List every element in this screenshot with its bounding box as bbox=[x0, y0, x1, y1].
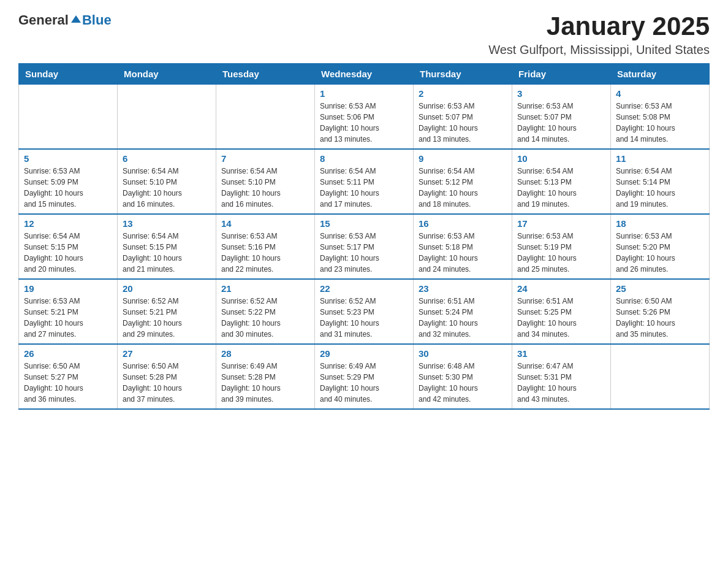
day-info: Sunrise: 6:53 AM Sunset: 5:19 PM Dayligh… bbox=[517, 231, 605, 275]
calendar-cell: 18Sunrise: 6:53 AM Sunset: 5:20 PM Dayli… bbox=[611, 214, 710, 279]
day-number: 30 bbox=[419, 348, 507, 359]
day-number: 11 bbox=[616, 153, 704, 164]
calendar-cell: 7Sunrise: 6:54 AM Sunset: 5:10 PM Daylig… bbox=[216, 149, 315, 214]
day-info: Sunrise: 6:53 AM Sunset: 5:17 PM Dayligh… bbox=[320, 231, 408, 275]
calendar-cell: 19Sunrise: 6:53 AM Sunset: 5:21 PM Dayli… bbox=[19, 279, 118, 344]
title-section: January 2025 West Gulfport, Mississippi,… bbox=[488, 12, 710, 57]
logo-icon bbox=[70, 14, 82, 26]
day-info: Sunrise: 6:52 AM Sunset: 5:22 PM Dayligh… bbox=[221, 296, 309, 340]
logo-blue: Blue bbox=[82, 12, 112, 28]
calendar-cell: 20Sunrise: 6:52 AM Sunset: 5:21 PM Dayli… bbox=[118, 279, 216, 344]
day-number: 18 bbox=[616, 218, 704, 229]
calendar-cell: 15Sunrise: 6:53 AM Sunset: 5:17 PM Dayli… bbox=[315, 214, 414, 279]
day-number: 16 bbox=[419, 218, 507, 229]
weekday-header-sunday: Sunday bbox=[19, 64, 118, 85]
day-info: Sunrise: 6:51 AM Sunset: 5:25 PM Dayligh… bbox=[517, 296, 605, 340]
calendar-table: SundayMondayTuesdayWednesdayThursdayFrid… bbox=[18, 63, 710, 410]
calendar-cell: 21Sunrise: 6:52 AM Sunset: 5:22 PM Dayli… bbox=[216, 279, 315, 344]
calendar-cell: 17Sunrise: 6:53 AM Sunset: 5:19 PM Dayli… bbox=[512, 214, 611, 279]
day-number: 10 bbox=[517, 153, 605, 164]
calendar-cell: 26Sunrise: 6:50 AM Sunset: 5:27 PM Dayli… bbox=[19, 344, 118, 409]
day-number: 22 bbox=[320, 283, 408, 294]
day-number: 28 bbox=[221, 348, 309, 359]
day-number: 7 bbox=[221, 153, 309, 164]
calendar-cell: 11Sunrise: 6:54 AM Sunset: 5:14 PM Dayli… bbox=[611, 149, 710, 214]
day-number: 6 bbox=[123, 153, 211, 164]
day-info: Sunrise: 6:54 AM Sunset: 5:14 PM Dayligh… bbox=[616, 166, 704, 210]
calendar-cell bbox=[118, 85, 216, 150]
calendar-cell: 27Sunrise: 6:50 AM Sunset: 5:28 PM Dayli… bbox=[118, 344, 216, 409]
calendar-cell: 12Sunrise: 6:54 AM Sunset: 5:15 PM Dayli… bbox=[19, 214, 118, 279]
calendar-cell: 24Sunrise: 6:51 AM Sunset: 5:25 PM Dayli… bbox=[512, 279, 611, 344]
day-info: Sunrise: 6:53 AM Sunset: 5:20 PM Dayligh… bbox=[616, 231, 704, 275]
day-info: Sunrise: 6:49 AM Sunset: 5:29 PM Dayligh… bbox=[320, 361, 408, 405]
day-number: 31 bbox=[517, 348, 605, 359]
calendar-week-row: 19Sunrise: 6:53 AM Sunset: 5:21 PM Dayli… bbox=[19, 279, 710, 344]
weekday-header-wednesday: Wednesday bbox=[315, 64, 414, 85]
calendar-cell bbox=[19, 85, 118, 150]
day-info: Sunrise: 6:53 AM Sunset: 5:09 PM Dayligh… bbox=[24, 166, 112, 210]
weekday-header-saturday: Saturday bbox=[611, 64, 710, 85]
day-info: Sunrise: 6:54 AM Sunset: 5:15 PM Dayligh… bbox=[24, 231, 112, 275]
page-title: January 2025 bbox=[488, 12, 710, 40]
page-subtitle: West Gulfport, Mississippi, United State… bbox=[488, 43, 710, 57]
logo: General Blue bbox=[18, 12, 112, 28]
day-info: Sunrise: 6:53 AM Sunset: 5:07 PM Dayligh… bbox=[517, 101, 605, 145]
day-info: Sunrise: 6:50 AM Sunset: 5:27 PM Dayligh… bbox=[24, 361, 112, 405]
day-number: 20 bbox=[123, 283, 211, 294]
calendar-cell: 31Sunrise: 6:47 AM Sunset: 5:31 PM Dayli… bbox=[512, 344, 611, 409]
calendar-cell: 9Sunrise: 6:54 AM Sunset: 5:12 PM Daylig… bbox=[414, 149, 512, 214]
calendar-cell bbox=[216, 85, 315, 150]
day-info: Sunrise: 6:54 AM Sunset: 5:11 PM Dayligh… bbox=[320, 166, 408, 210]
day-info: Sunrise: 6:49 AM Sunset: 5:28 PM Dayligh… bbox=[221, 361, 309, 405]
calendar-cell: 25Sunrise: 6:50 AM Sunset: 5:26 PM Dayli… bbox=[611, 279, 710, 344]
day-number: 19 bbox=[24, 283, 112, 294]
day-info: Sunrise: 6:53 AM Sunset: 5:08 PM Dayligh… bbox=[616, 101, 704, 145]
weekday-header-monday: Monday bbox=[118, 64, 216, 85]
calendar-cell: 3Sunrise: 6:53 AM Sunset: 5:07 PM Daylig… bbox=[512, 85, 611, 150]
calendar-cell: 30Sunrise: 6:48 AM Sunset: 5:30 PM Dayli… bbox=[414, 344, 512, 409]
calendar-cell: 16Sunrise: 6:53 AM Sunset: 5:18 PM Dayli… bbox=[414, 214, 512, 279]
day-number: 15 bbox=[320, 218, 408, 229]
day-info: Sunrise: 6:54 AM Sunset: 5:12 PM Dayligh… bbox=[419, 166, 507, 210]
svg-marker-0 bbox=[71, 15, 81, 23]
day-info: Sunrise: 6:54 AM Sunset: 5:10 PM Dayligh… bbox=[221, 166, 309, 210]
calendar-cell: 14Sunrise: 6:53 AM Sunset: 5:16 PM Dayli… bbox=[216, 214, 315, 279]
calendar-cell bbox=[611, 344, 710, 409]
calendar-cell: 1Sunrise: 6:53 AM Sunset: 5:06 PM Daylig… bbox=[315, 85, 414, 150]
logo-general: General bbox=[18, 12, 69, 28]
day-info: Sunrise: 6:48 AM Sunset: 5:30 PM Dayligh… bbox=[419, 361, 507, 405]
day-number: 12 bbox=[24, 218, 112, 229]
weekday-header-tuesday: Tuesday bbox=[216, 64, 315, 85]
day-number: 29 bbox=[320, 348, 408, 359]
day-info: Sunrise: 6:54 AM Sunset: 5:13 PM Dayligh… bbox=[517, 166, 605, 210]
calendar-week-row: 26Sunrise: 6:50 AM Sunset: 5:27 PM Dayli… bbox=[19, 344, 710, 409]
day-number: 24 bbox=[517, 283, 605, 294]
day-info: Sunrise: 6:47 AM Sunset: 5:31 PM Dayligh… bbox=[517, 361, 605, 405]
day-number: 1 bbox=[320, 88, 408, 99]
day-number: 14 bbox=[221, 218, 309, 229]
day-info: Sunrise: 6:51 AM Sunset: 5:24 PM Dayligh… bbox=[419, 296, 507, 340]
day-number: 9 bbox=[419, 153, 507, 164]
calendar-cell: 2Sunrise: 6:53 AM Sunset: 5:07 PM Daylig… bbox=[414, 85, 512, 150]
day-info: Sunrise: 6:53 AM Sunset: 5:06 PM Dayligh… bbox=[320, 101, 408, 145]
calendar-cell: 5Sunrise: 6:53 AM Sunset: 5:09 PM Daylig… bbox=[19, 149, 118, 214]
day-number: 2 bbox=[419, 88, 507, 99]
calendar-cell: 4Sunrise: 6:53 AM Sunset: 5:08 PM Daylig… bbox=[611, 85, 710, 150]
calendar-week-row: 12Sunrise: 6:54 AM Sunset: 5:15 PM Dayli… bbox=[19, 214, 710, 279]
day-number: 3 bbox=[517, 88, 605, 99]
day-number: 4 bbox=[616, 88, 704, 99]
weekday-header-thursday: Thursday bbox=[414, 64, 512, 85]
day-number: 13 bbox=[123, 218, 211, 229]
page-header: General Blue January 2025 West Gulfport,… bbox=[18, 12, 710, 57]
day-number: 26 bbox=[24, 348, 112, 359]
calendar-cell: 10Sunrise: 6:54 AM Sunset: 5:13 PM Dayli… bbox=[512, 149, 611, 214]
day-info: Sunrise: 6:54 AM Sunset: 5:15 PM Dayligh… bbox=[123, 231, 211, 275]
day-info: Sunrise: 6:53 AM Sunset: 5:18 PM Dayligh… bbox=[419, 231, 507, 275]
calendar-week-row: 1Sunrise: 6:53 AM Sunset: 5:06 PM Daylig… bbox=[19, 85, 710, 150]
day-info: Sunrise: 6:54 AM Sunset: 5:10 PM Dayligh… bbox=[123, 166, 211, 210]
calendar-header-row: SundayMondayTuesdayWednesdayThursdayFrid… bbox=[19, 64, 710, 85]
day-info: Sunrise: 6:52 AM Sunset: 5:23 PM Dayligh… bbox=[320, 296, 408, 340]
calendar-cell: 28Sunrise: 6:49 AM Sunset: 5:28 PM Dayli… bbox=[216, 344, 315, 409]
calendar-cell: 8Sunrise: 6:54 AM Sunset: 5:11 PM Daylig… bbox=[315, 149, 414, 214]
